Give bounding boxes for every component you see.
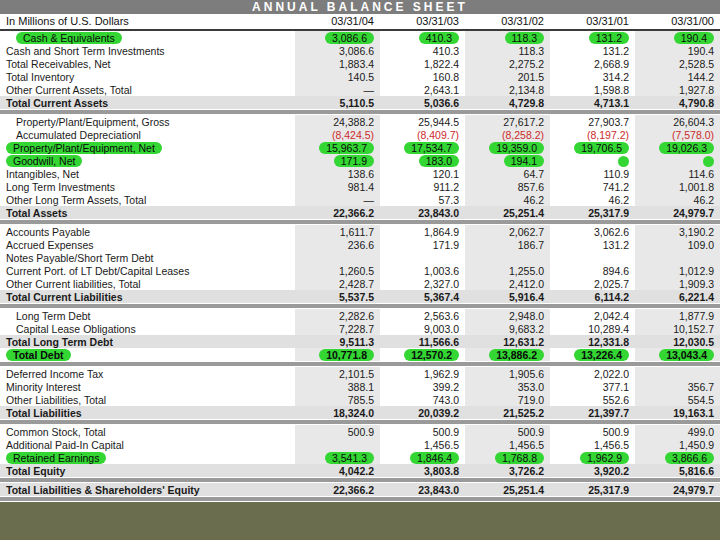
row-label: Other Current liabilities, Total [0,277,295,290]
column-header: 03/31/02 [465,14,550,30]
value-cell: 131.2 [550,44,635,57]
highlight-pill: Property/Plant/Equipment, Net [6,142,162,154]
label-text: Long Term Investments [6,181,115,193]
value-cell: 26,604.3 [635,115,720,129]
label-text: Other Current Assets, Total [6,84,132,96]
table-row: Total Equity4,042.23,803.83,726.23,920.2… [0,464,720,478]
table-row: Total Long Term Debt9,511.311,566.612,63… [0,335,720,348]
value-cell: 236.6 [295,238,380,251]
value-cell: 1,456.5 [550,438,635,451]
value-cell: 138.6 [295,167,380,180]
highlight-pill: 13,226.4 [574,349,629,361]
value-cell: (8,409.7) [380,128,465,141]
label-text: Notes Payable/Short Term Debt [6,252,153,264]
value-cell: 741.2 [550,180,635,193]
value-cell: 15,963.7 [295,141,380,154]
highlight-dot [618,156,629,167]
value-cell: 500.9 [380,425,465,439]
label-text: Long Term Debt [16,310,91,322]
table-row: Property/Plant/Equipment, Net15,963.717,… [0,141,720,154]
value-cell: 1,877.9 [635,309,720,323]
table-row: Goodwill, Net171.9183.0194.1 [0,154,720,167]
value-cell: 353.0 [465,380,550,393]
value-cell: 2,327.0 [380,277,465,290]
value-cell: 4,790.8 [635,96,720,110]
value-cell: 24,388.2 [295,115,380,129]
value-cell [295,438,380,451]
row-label: Accumulated Depreciationl [0,128,295,141]
table-row: Current Port. of LT Debt/Capital Leases1… [0,264,720,277]
value-cell: 144.2 [635,70,720,83]
label-text: Minority Interest [6,381,81,393]
row-label: Total Liabilities & Shareholders' Equity [0,483,295,497]
label-text: Common Stock, Total [6,426,106,438]
label-text: Cash and Short Term Investments [6,45,165,57]
value-cell: 64.7 [465,167,550,180]
value-cell: 18,324.0 [295,406,380,420]
highlight-pill: 3,541.3 [325,452,374,464]
value-cell: 114.6 [635,167,720,180]
value-cell: 118.3 [465,44,550,57]
value-cell: 1,456.5 [465,438,550,451]
table-row: Other Long Term Assets, Total—57.346.246… [0,193,720,206]
value-cell: 9,683.2 [465,322,550,335]
highlight-pill: 171.9 [334,155,374,167]
value-cell: 981.4 [295,180,380,193]
value-cell: 857.6 [465,180,550,193]
value-cell: 171.9 [380,238,465,251]
value-cell: 46.2 [550,193,635,206]
value-cell: 2,062.7 [465,225,550,239]
label-text: Current Port. of LT Debt/Capital Leases [6,265,189,277]
value-cell: 2,948.0 [465,309,550,323]
value-cell: 21,525.2 [465,406,550,420]
table-row: Accrued Expenses236.6171.9186.7131.2109.… [0,238,720,251]
value-cell: 12,570.2 [380,348,465,362]
table-row: Total Inventory140.5160.8201.5314.2144.2 [0,70,720,83]
value-cell: 5,816.6 [635,464,720,478]
highlight-pill: 13,043.4 [659,349,714,361]
row-label: Other Current Assets, Total [0,83,295,96]
separator-bar [0,497,720,502]
highlight-pill: 19,706.5 [574,142,629,154]
row-label: Accounts Payable [0,225,295,239]
value-cell: 24,979.7 [635,483,720,497]
value-cell: 2,025.7 [550,277,635,290]
row-label: Minority Interest [0,380,295,393]
value-cell: 9,003.0 [380,322,465,335]
label-text: Total Receivables, Net [6,58,110,70]
row-label: Additional Paid-In Capital [0,438,295,451]
table-row: Other Current liabilities, Total2,428.72… [0,277,720,290]
row-label: Total Equity [0,464,295,478]
highlight-pill: 3,086.6 [325,32,374,44]
value-cell: 186.7 [465,238,550,251]
value-cell: 183.0 [380,154,465,167]
value-cell: 12,631.2 [465,335,550,348]
row-label: Long Term Investments [0,180,295,193]
value-cell [635,154,720,167]
highlight-pill: 1,962.9 [580,452,629,464]
value-cell: 399.2 [380,380,465,393]
value-cell [465,251,550,264]
value-cell: (7,578.0) [635,128,720,141]
value-cell: 201.5 [465,70,550,83]
table-row: Total Liabilities18,324.020,039.221,525.… [0,406,720,420]
value-cell: 1,864.9 [380,225,465,239]
value-cell: 23,843.0 [380,206,465,220]
label-text: Deferred Income Tax [6,368,103,380]
value-cell: 118.3 [465,30,550,44]
value-cell: — [295,193,380,206]
value-cell: 500.9 [295,425,380,439]
table-row: Total Assets22,366.223,843.025,251.425,3… [0,206,720,220]
value-cell: 1,909.3 [635,277,720,290]
value-cell: 1,012.9 [635,264,720,277]
value-cell: (8,424.5) [295,128,380,141]
table-row: Accounts Payable1,611.71,864.92,062.73,0… [0,225,720,239]
value-cell: 1,001.8 [635,180,720,193]
value-cell: 10,289.4 [550,322,635,335]
label-text: Other Current liabilities, Total [6,278,141,290]
highlight-pill: Retained Earnings [6,452,106,464]
value-cell: 22,366.2 [295,206,380,220]
label-text: Total Long Term Debt [6,336,113,348]
table-header: In Millions of U.S. Dollars 03/31/0403/3… [0,14,720,30]
page-title: ANNUAL BALANCE SHEET [0,0,720,14]
